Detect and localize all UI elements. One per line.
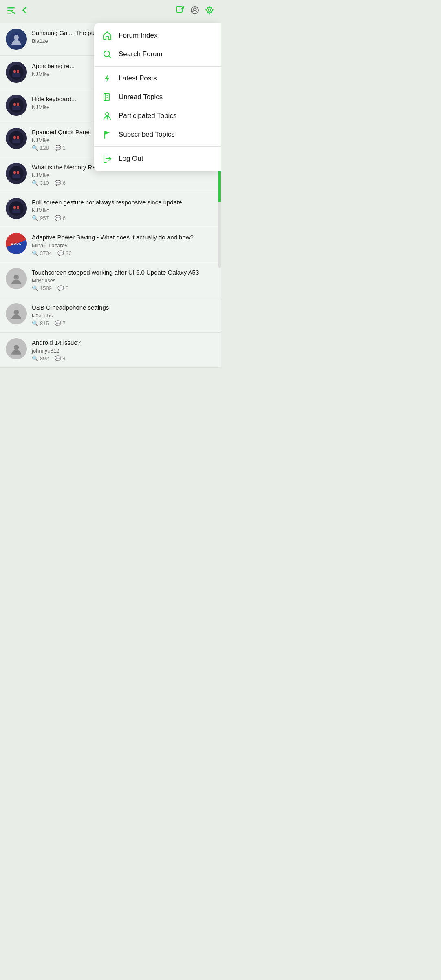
svg-point-11: [13, 70, 16, 73]
svg-point-14: [9, 98, 24, 113]
avatar: [6, 163, 27, 184]
views-count: 892: [40, 355, 49, 361]
dropdown-label: Subscribed Topics: [119, 131, 175, 139]
topic-author: johnnyo812: [32, 348, 215, 354]
dropdown-item-unread-topics[interactable]: Unread Topics: [94, 88, 220, 106]
views-icon: 🔍: [32, 180, 38, 186]
topic-stats: 🔍 1589 💬 8: [32, 285, 215, 291]
dropdown-label: Unread Topics: [119, 93, 163, 101]
views-stat: 🔍 957: [32, 215, 49, 221]
views-count: 3734: [40, 250, 52, 256]
topic-title: Android 14 issue?: [32, 338, 215, 347]
back-button[interactable]: [20, 6, 29, 17]
app-header: [0, 0, 220, 23]
topic-stats: 🔍 310 💬 6: [32, 180, 215, 186]
divider: [94, 146, 220, 147]
svg-point-7: [208, 9, 211, 11]
dropdown-item-logout[interactable]: Log Out: [94, 149, 220, 168]
avatar: [6, 128, 27, 149]
svg-point-10: [9, 65, 24, 80]
svg-point-27: [13, 206, 16, 209]
compose-icon[interactable]: [176, 6, 185, 17]
topic-author: NJMike: [32, 207, 215, 213]
profile-icon[interactable]: [190, 6, 199, 17]
views-count: 128: [40, 145, 49, 151]
dropdown-label: Search Forum: [119, 50, 163, 58]
dropdown-label: Latest Posts: [119, 74, 157, 82]
svg-point-33: [14, 310, 19, 315]
dropdown-item-search-forum[interactable]: Search Forum: [94, 45, 220, 64]
topic-title: Adaptive Power Saving - What does it act…: [32, 233, 215, 242]
replies-icon: 💬: [55, 355, 61, 361]
svg-point-28: [17, 206, 19, 209]
dropdown-item-latest-posts[interactable]: Latest Posts: [94, 69, 220, 88]
views-stat: 🔍 1589: [32, 285, 52, 291]
replies-icon: 💬: [57, 250, 64, 256]
list-item[interactable]: Android 14 issue? johnnyo812 🔍 892 💬 4: [0, 333, 220, 368]
dropdown-label: Participated Topics: [119, 112, 176, 120]
menu-icon[interactable]: [7, 6, 15, 17]
svg-rect-21: [12, 139, 20, 143]
views-count: 815: [40, 320, 49, 326]
replies-count: 6: [63, 215, 66, 221]
avatar: [6, 29, 27, 50]
logout-icon: [102, 154, 112, 163]
svg-point-38: [106, 113, 109, 116]
topic-content: Full screen gesture not always responsiv…: [32, 198, 215, 221]
settings-icon[interactable]: [205, 6, 214, 17]
avatar: [6, 62, 27, 83]
svg-point-26: [9, 201, 24, 216]
topic-title: Full screen gesture not always responsiv…: [32, 198, 215, 206]
svg-point-16: [17, 103, 19, 106]
dropdown-item-participated-topics[interactable]: Participated Topics: [94, 106, 220, 125]
dropdown-item-forum-index[interactable]: Forum Index: [94, 26, 220, 45]
avatar: [6, 198, 27, 219]
replies-stat: 💬 6: [55, 215, 66, 221]
views-icon: 🔍: [32, 355, 38, 361]
svg-rect-1: [7, 10, 13, 11]
views-icon: 🔍: [32, 250, 38, 256]
replies-icon: 💬: [55, 145, 61, 151]
home-icon: [102, 31, 112, 40]
avatar: [6, 338, 27, 359]
replies-stat: 💬 26: [57, 250, 71, 256]
svg-point-20: [17, 136, 19, 139]
views-count: 1589: [40, 285, 52, 291]
person-icon: [102, 111, 112, 120]
flag-icon: [102, 130, 112, 139]
divider: [94, 66, 220, 67]
views-icon: 🔍: [32, 215, 38, 221]
list-item[interactable]: Touchscreen stopped working after UI 6.0…: [0, 262, 220, 297]
list-item[interactable]: Full screen gesture not always responsiv…: [0, 192, 220, 227]
views-count: 957: [40, 215, 49, 221]
dropdown-item-subscribed-topics[interactable]: Subscribed Topics: [94, 125, 220, 144]
svg-point-15: [13, 103, 16, 106]
topic-stats: 🔍 815 💬 7: [32, 320, 215, 326]
views-stat: 🔍 310: [32, 180, 49, 186]
views-count: 310: [40, 180, 49, 186]
views-stat: 🔍 892: [32, 355, 49, 361]
replies-stat: 💬 4: [55, 355, 66, 361]
topic-author: Mihail_Lazarev: [32, 242, 215, 248]
svg-rect-25: [12, 174, 20, 178]
svg-rect-0: [7, 7, 15, 9]
topic-author: MrBruises: [32, 277, 215, 284]
header-right: [176, 6, 214, 17]
replies-count: 8: [66, 285, 68, 291]
replies-stat: 💬 7: [55, 320, 66, 326]
replies-stat: 💬 6: [55, 180, 66, 186]
svg-point-18: [9, 131, 24, 146]
list-item[interactable]: USB C headpohone settings kl0aochs 🔍 815…: [0, 297, 220, 333]
svg-rect-29: [12, 209, 20, 213]
views-stat: 🔍 3734: [32, 250, 52, 256]
list-item[interactable]: DUDE Adaptive Power Saving - What does i…: [0, 227, 220, 262]
svg-point-12: [17, 70, 19, 73]
topic-title: USB C headpohone settings: [32, 303, 215, 312]
header-left: [7, 6, 29, 17]
replies-count: 7: [63, 320, 66, 326]
views-icon: 🔍: [32, 320, 38, 326]
views-icon: 🔍: [32, 145, 38, 151]
replies-stat: 💬 1: [55, 145, 66, 151]
replies-stat: 💬 8: [57, 285, 68, 291]
book-icon: [102, 93, 112, 102]
